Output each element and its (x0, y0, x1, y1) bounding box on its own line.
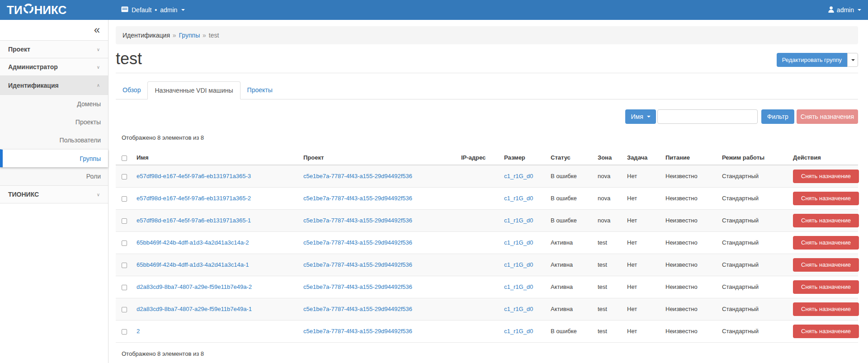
row-checkbox[interactable] (122, 218, 127, 224)
row-checkbox[interactable] (122, 263, 127, 268)
size-link[interactable]: c1_r1G_d0 (504, 217, 533, 224)
domain-project-switcher[interactable]: Default • admin (121, 0, 185, 20)
context-domain: Default (132, 6, 151, 14)
filter-button[interactable]: Фильтр (761, 109, 794, 124)
vm-name-link[interactable]: 65bb469f-424b-4dff-a1d3-4a2d41a3c14a-2 (137, 239, 249, 246)
mode-cell: Стандартный (718, 298, 789, 320)
mode-cell: Стандартный (718, 209, 789, 231)
sidebar-section-admin[interactable]: Администратор ∨ (0, 58, 108, 76)
vm-name-link[interactable]: 2 (137, 328, 140, 335)
breadcrumb-separator: » (173, 32, 176, 39)
column-header-ip: IP-адрес (458, 144, 500, 165)
unassign-button[interactable]: Снять назначение (793, 325, 859, 338)
size-link[interactable]: c1_r1G_d0 (504, 283, 533, 290)
edit-group-dropdown-toggle[interactable] (847, 53, 858, 67)
filter-field-dropdown[interactable]: Имя (625, 109, 656, 124)
sidebar-section-tionix[interactable]: ТИОНИКС ∨ (0, 186, 108, 203)
row-checkbox[interactable] (122, 240, 127, 246)
breadcrumb-separator: » (203, 32, 206, 39)
unassign-button[interactable]: Снять назначение (793, 258, 859, 272)
unassign-button[interactable]: Снять назначение (793, 192, 859, 205)
ip-cell (458, 276, 500, 298)
column-header-mode: Режим работы (718, 144, 789, 165)
tab-assigned-vdi[interactable]: Назначенные VDI машины (147, 81, 240, 99)
unassign-button[interactable]: Снять назначение (793, 214, 859, 227)
chevron-down-icon: ∨ (97, 65, 100, 70)
project-link[interactable]: c5e1be7a-7787-4f43-a155-29d94492f536 (303, 306, 412, 312)
unassign-button[interactable]: Снять назначение (793, 280, 859, 294)
row-checkbox[interactable] (122, 196, 127, 202)
brand-part-1: ТИ (7, 3, 23, 17)
table-row: d2a83cd9-8ba7-4807-a29e-f59e11b7e49a-1c5… (116, 298, 858, 320)
table-row: 65bb469f-424b-4dff-a1d3-4a2d41a3c14a-1c5… (116, 254, 858, 276)
select-all-checkbox[interactable] (122, 156, 127, 161)
chevron-up-icon: ∧ (97, 83, 100, 88)
vm-name-link[interactable]: 65bb469f-424b-4dff-a1d3-4a2d41a3c14a-1 (137, 261, 249, 268)
task-cell: Нет (623, 187, 662, 209)
project-link[interactable]: c5e1be7a-7787-4f43-a155-29d94492f536 (303, 261, 412, 268)
row-checkbox[interactable] (122, 174, 127, 179)
sidebar-item-domains[interactable]: Домены (0, 95, 108, 113)
project-link[interactable]: c5e1be7a-7787-4f43-a155-29d94492f536 (303, 239, 412, 246)
sidebar-item-projects[interactable]: Проекты (0, 113, 108, 131)
status-cell: Активна (547, 231, 594, 254)
task-cell: Нет (623, 298, 662, 320)
breadcrumb-groups-link[interactable]: Группы (179, 32, 200, 39)
status-cell: Активна (547, 276, 594, 298)
sidebar-section-project[interactable]: Проект ∨ (0, 41, 108, 58)
context-separator: • (155, 6, 157, 14)
chevron-down-icon: ∨ (97, 192, 100, 197)
tab-overview[interactable]: Обзор (116, 81, 147, 99)
brand-part-2: НИКС (34, 3, 67, 17)
unassign-button[interactable]: Снять назначение (793, 170, 859, 183)
size-link[interactable]: c1_r1G_d0 (504, 328, 533, 335)
page-title: test (116, 50, 858, 68)
power-cell: Неизвестно (662, 276, 718, 298)
sidebar-item-groups[interactable]: Группы (0, 149, 108, 167)
vm-name-link[interactable]: d2a83cd9-8ba7-4807-a29e-f59e11b7e49a-2 (137, 283, 252, 290)
project-link[interactable]: c5e1be7a-7787-4f43-a155-29d94492f536 (303, 173, 412, 179)
vm-name-link[interactable]: d2a83cd9-8ba7-4807-a29e-f59e11b7e49a-1 (137, 306, 252, 312)
table-row: e57df98d-e167-4e5f-97a6-eb131971a365-2c5… (116, 187, 858, 209)
sidebar-item-roles[interactable]: Роли (0, 167, 108, 185)
row-checkbox[interactable] (122, 285, 127, 290)
size-link[interactable]: c1_r1G_d0 (504, 306, 533, 312)
tab-projects[interactable]: Проекты (241, 81, 279, 99)
unassign-button[interactable]: Снять назначение (793, 236, 859, 250)
sidebar-section-label: ТИОНИКС (8, 191, 39, 198)
vm-name-link[interactable]: e57df98d-e167-4e5f-97a6-eb131971a365-1 (137, 217, 251, 224)
project-link[interactable]: c5e1be7a-7787-4f43-a155-29d94492f536 (303, 195, 412, 202)
size-link[interactable]: c1_r1G_d0 (504, 195, 533, 202)
task-cell: Нет (623, 254, 662, 276)
brand-logo[interactable]: ТИНИКС (7, 0, 66, 20)
project-link[interactable]: c5e1be7a-7787-4f43-a155-29d94492f536 (303, 328, 412, 335)
sidebar-collapse-button[interactable]: « (94, 24, 100, 36)
power-cell: Неизвестно (662, 298, 718, 320)
bulk-unassign-button[interactable]: Снять назначения (797, 109, 858, 124)
project-link[interactable]: c5e1be7a-7787-4f43-a155-29d94492f536 (303, 283, 412, 290)
user-menu[interactable]: admin (828, 0, 861, 20)
size-link[interactable]: c1_r1G_d0 (504, 239, 533, 246)
filter-search-input[interactable] (657, 109, 758, 124)
unassign-button[interactable]: Снять назначение (793, 302, 859, 316)
vm-name-link[interactable]: e57df98d-e167-4e5f-97a6-eb131971a365-3 (137, 173, 251, 179)
size-link[interactable]: c1_r1G_d0 (504, 261, 533, 268)
ip-cell (458, 320, 500, 342)
sidebar-item-users[interactable]: Пользователи (0, 131, 108, 149)
size-link[interactable]: c1_r1G_d0 (504, 173, 533, 179)
task-cell: Нет (623, 320, 662, 342)
vm-name-link[interactable]: e57df98d-e167-4e5f-97a6-eb131971a365-2 (137, 195, 251, 202)
sidebar-identity-submenu: Домены Проекты Пользователи Группы Роли (0, 95, 108, 186)
column-header-zone: Зона (594, 144, 623, 165)
edit-group-button[interactable]: Редактировать группу (777, 53, 847, 67)
power-cell: Неизвестно (662, 187, 718, 209)
project-link[interactable]: c5e1be7a-7787-4f43-a155-29d94492f536 (303, 217, 412, 224)
row-checkbox[interactable] (122, 307, 127, 312)
ip-cell (458, 231, 500, 254)
row-checkbox[interactable] (122, 329, 127, 335)
breadcrumb-current: test (209, 32, 219, 39)
mode-cell: Стандартный (718, 276, 789, 298)
zone-cell: nova (594, 209, 623, 231)
sidebar-section-identity[interactable]: Идентификация ∧ (0, 76, 108, 95)
vdi-machines-table: Имя Проект IP-адрес Размер Статус Зона З… (116, 144, 858, 343)
